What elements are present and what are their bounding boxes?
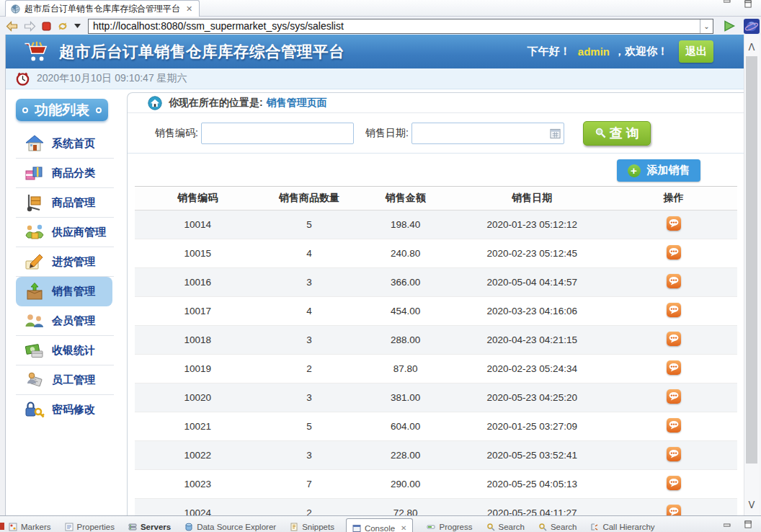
- scroll-down-icon[interactable]: ᐯ: [744, 498, 759, 513]
- search-button[interactable]: 查 询: [583, 121, 651, 146]
- minimize-icon[interactable]: [724, 0, 731, 8]
- home-circle-icon: [148, 96, 162, 110]
- comment-icon[interactable]: [667, 245, 681, 260]
- logout-button[interactable]: 退出: [679, 40, 713, 63]
- dot-icon: [96, 107, 102, 113]
- toolbar-dropdown-icon[interactable]: [74, 24, 81, 28]
- sidebar-item-supplier[interactable]: 供应商管理: [16, 218, 114, 247]
- sidebar-item-category[interactable]: 商品分类: [16, 159, 114, 188]
- url-input[interactable]: http://localhost:8080/ssm_supermarket_sy…: [88, 19, 713, 34]
- tab-close-icon[interactable]: ✕: [186, 4, 192, 14]
- comment-icon[interactable]: [667, 303, 681, 317]
- scroll-up-icon[interactable]: ᐱ: [744, 40, 759, 55]
- purchase-icon: [25, 252, 45, 272]
- table-row: 100215604.002020-01-25 03:27:09: [135, 412, 737, 441]
- restore-icon[interactable]: [744, 0, 752, 8]
- sidebar-menu: 系统首页商品分类商品管理供应商管理进货管理销售管理会员管理收银统计员工管理密码修…: [6, 129, 124, 425]
- password-icon: [25, 400, 45, 420]
- comment-icon[interactable]: [667, 216, 681, 231]
- tab-close-icon[interactable]: ✕: [401, 524, 406, 532]
- table-cell-op: [610, 297, 737, 326]
- bottom-tab-search-2[interactable]: Search: [538, 523, 577, 531]
- greeting-prefix: 下午好！: [528, 45, 571, 58]
- comment-icon[interactable]: [667, 332, 681, 346]
- url-dropdown-icon[interactable]: ⌄: [700, 19, 713, 33]
- table-cell: 2020-05-25 04:05:13: [454, 470, 610, 499]
- back-icon[interactable]: [6, 21, 18, 32]
- column-header: 销售商品数量: [261, 187, 357, 210]
- refresh-icon[interactable]: [57, 21, 68, 32]
- comment-icon[interactable]: [667, 389, 681, 404]
- calendar-icon[interactable]: [550, 128, 561, 139]
- forward-icon[interactable]: [24, 21, 36, 32]
- stop-icon[interactable]: [42, 22, 51, 31]
- sidebar-item-cashier[interactable]: 收银统计: [16, 336, 114, 365]
- servers-icon: [128, 523, 137, 531]
- goods-icon: [25, 192, 45, 213]
- bottom-tab-call-hierarchy[interactable]: Call Hierarchy: [590, 523, 654, 531]
- sale-date-input[interactable]: [411, 123, 564, 144]
- table-cell-op: [610, 384, 737, 412]
- table-cell: 2020-02-23 05:12:45: [454, 239, 610, 268]
- table-cell: 10020: [135, 384, 262, 412]
- search-button-label: 查 询: [610, 125, 639, 142]
- comment-icon[interactable]: [667, 476, 681, 490]
- column-header: 操作: [610, 187, 737, 210]
- sidebar-item-label: 商品管理: [52, 196, 95, 210]
- bottom-tab-search-1[interactable]: Search: [486, 523, 525, 531]
- table-row: 100145198.402020-01-23 05:12:12: [135, 210, 737, 239]
- comment-icon[interactable]: [667, 447, 681, 461]
- comment-icon[interactable]: [667, 418, 681, 433]
- sale-date-label: 销售日期:: [365, 127, 409, 140]
- sidebar-item-password[interactable]: 密码修改: [16, 395, 114, 425]
- table-cell: 4: [261, 297, 357, 326]
- sidebar-item-home[interactable]: 系统首页: [16, 129, 114, 159]
- bottom-tab-console[interactable]: Console✕: [346, 518, 414, 532]
- sidebar-item-sales[interactable]: 销售管理: [16, 277, 112, 306]
- column-header: 销售金额: [357, 187, 454, 210]
- bottom-tab-markers[interactable]: Markers: [9, 523, 51, 531]
- table-row: 100203381.002020-05-23 04:25:20: [135, 384, 737, 412]
- sidebar-item-label: 收银统计: [52, 344, 95, 358]
- console-icon: [352, 524, 361, 532]
- sidebar-item-purchase[interactable]: 进货管理: [16, 247, 114, 277]
- table-cell-op: [610, 499, 737, 516]
- table-row: 10024272.802020-05-25 04:11:27: [135, 499, 737, 516]
- bottom-tab-properties[interactable]: Properties: [65, 523, 115, 531]
- eclipse-window: 超市后台订单销售仓库库存综合管理平台 ✕ http://localhost:80…: [0, 0, 761, 532]
- browser-viewport: 超市后台订单销售仓库库存综合管理平台 下午好！ admin ，欢迎你！ 退出 2…: [0, 35, 761, 515]
- table-cell: 10019: [135, 355, 262, 384]
- minimize-icon[interactable]: [724, 520, 731, 528]
- sidebar-title-text: 功能列表: [35, 101, 89, 120]
- table-cell: 2: [261, 499, 357, 516]
- breadcrumb-current-link[interactable]: 销售管理页面: [267, 97, 327, 110]
- table-cell: 2020-04-23 04:21:15: [454, 326, 610, 355]
- table-cell: 72.80: [357, 499, 454, 516]
- scrollbar-thumb[interactable]: [746, 56, 757, 464]
- table-cell: 2: [261, 355, 357, 384]
- go-icon[interactable]: [722, 19, 736, 32]
- browser-editor-tab[interactable]: 超市后台订单销售仓库库存综合管理平台 ✕: [5, 0, 200, 17]
- bottom-tab-progress[interactable]: Progress: [427, 523, 472, 531]
- add-sale-button[interactable]: + 添加销售: [617, 159, 700, 182]
- sale-code-input[interactable]: [201, 123, 354, 144]
- cashier-icon: [25, 340, 45, 360]
- bottom-tab-snippets[interactable]: Snippets: [290, 523, 334, 531]
- bottom-tab-servers[interactable]: Servers: [128, 523, 171, 531]
- comment-icon[interactable]: [667, 274, 681, 288]
- table-cell-op: [610, 412, 737, 441]
- table-cell-op: [610, 210, 737, 239]
- table-cell: 10021: [135, 412, 262, 441]
- vertical-scrollbar[interactable]: ᐱ ᐯ: [744, 35, 759, 515]
- staff-icon: [25, 370, 45, 390]
- internal-browser-icon[interactable]: [744, 19, 760, 34]
- sidebar-item-staff[interactable]: 员工管理: [16, 365, 114, 395]
- sidebar-item-goods[interactable]: 商品管理: [16, 188, 114, 218]
- restore-icon[interactable]: [744, 520, 752, 528]
- bottom-tab-data-source-explorer[interactable]: Data Source Explorer: [184, 523, 276, 531]
- comment-icon[interactable]: [667, 360, 681, 375]
- sidebar-item-member[interactable]: 会员管理: [16, 306, 114, 336]
- category-icon: [25, 163, 45, 183]
- markers-icon: [9, 523, 17, 531]
- comment-icon[interactable]: [667, 505, 681, 515]
